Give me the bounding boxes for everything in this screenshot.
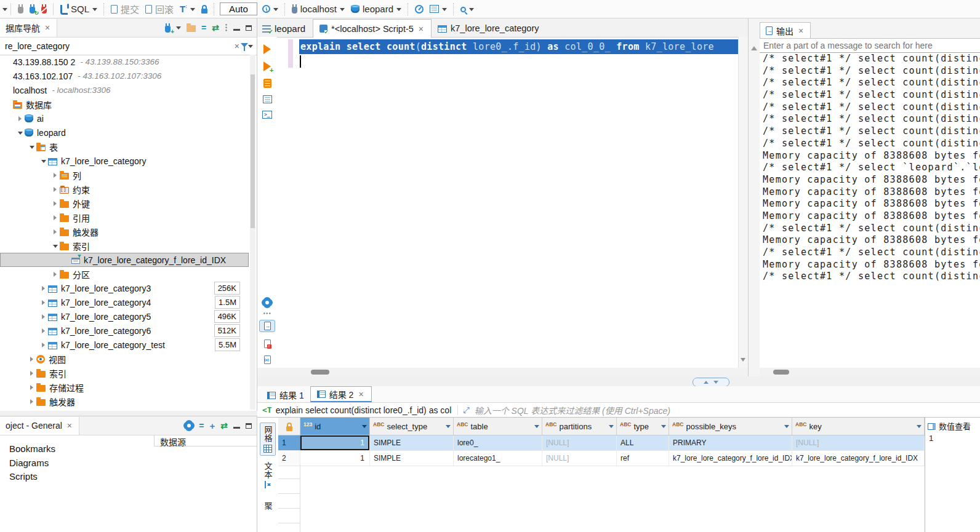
grid-cell[interactable]: PRIMARY <box>669 435 792 450</box>
row-number-header[interactable] <box>278 418 300 435</box>
gear-icon[interactable] <box>185 421 193 430</box>
filter-caret-icon[interactable] <box>609 425 614 431</box>
filter-caret-icon[interactable] <box>661 425 666 431</box>
tree-item[interactable]: 索引 <box>0 239 249 253</box>
maximize-icon[interactable] <box>246 25 252 31</box>
chevron-collapsed-icon[interactable] <box>50 229 60 234</box>
search-button[interactable] <box>457 4 477 15</box>
grid-cell[interactable]: k7_lore_lore_category_f_lore_id_IDX <box>792 451 925 466</box>
table-row[interactable]: 21SIMPLElorecatego1_[NULL]refk7_lore_lor… <box>278 451 925 466</box>
restore-up-icon[interactable] <box>704 378 709 384</box>
chevron-collapsed-icon[interactable] <box>39 314 48 319</box>
editor-horizontal-scrollbar[interactable] <box>257 368 748 376</box>
link-with-editor-icon[interactable]: ⇄ <box>212 23 219 32</box>
column-header-select_type[interactable]: ABCselect_type <box>370 418 454 435</box>
reconnect-button[interactable] <box>26 3 38 15</box>
tree-item[interactable]: k7_lore_lore_category3256K <box>0 281 249 295</box>
lock-button[interactable] <box>198 3 211 15</box>
grid-cell[interactable]: SIMPLE <box>370 435 454 450</box>
extra-presentation-toggle[interactable]: 聚 <box>260 502 275 510</box>
chevron-expanded-icon[interactable] <box>39 159 48 163</box>
chevron-collapsed-icon[interactable] <box>15 116 25 121</box>
chevron-collapsed-icon[interactable] <box>39 300 48 305</box>
output-search-input[interactable] <box>760 39 980 52</box>
commit-button[interactable]: 提交 <box>108 1 142 17</box>
horizontal-splitter[interactable] <box>0 411 257 416</box>
editor-breadcrumb[interactable]: leopard <box>257 23 313 37</box>
grid-cell[interactable]: 1 <box>300 435 370 450</box>
connection-selector[interactable]: localhost <box>289 2 348 15</box>
filter-caret-icon[interactable] <box>917 425 922 431</box>
clear-filter-icon[interactable]: × <box>233 42 241 50</box>
more-actions-button[interactable] <box>260 312 275 315</box>
execution-plan-button[interactable] <box>427 4 450 15</box>
results-splitter[interactable] <box>257 376 980 387</box>
grid-cell[interactable]: 1 <box>300 451 370 466</box>
column-header-type[interactable]: ABCtype <box>617 418 669 435</box>
execute-new-tab-button[interactable] <box>260 62 275 71</box>
column-header-id[interactable]: 123id <box>300 418 370 435</box>
tree-item[interactable]: ai <box>0 111 249 125</box>
collapse-all-icon[interactable]: = <box>201 23 206 32</box>
tree-item[interactable]: 外键 <box>0 196 249 210</box>
text-presentation-toggle[interactable]: 文本 <box>260 462 275 488</box>
minimize-icon[interactable] <box>233 29 240 31</box>
expand-filter-icon[interactable]: ⤢ <box>457 405 474 415</box>
problems-button[interactable] <box>260 339 275 348</box>
tree-item[interactable]: 约束 <box>0 182 249 196</box>
tree-item[interactable]: 表 <box>0 140 249 154</box>
tree-item[interactable]: leopard <box>0 125 249 140</box>
value-view-content[interactable]: 1 <box>925 434 980 443</box>
chevron-expanded-icon[interactable] <box>15 130 25 135</box>
chevron-down-icon[interactable] <box>176 26 181 32</box>
filter-caret-icon[interactable] <box>362 425 367 431</box>
row-number-cell[interactable]: 1 <box>278 435 300 450</box>
chevron-collapsed-icon[interactable] <box>50 215 60 220</box>
filter-caret-icon[interactable] <box>446 425 451 431</box>
grid-cell[interactable]: [NULL] <box>542 435 617 450</box>
rollback-button[interactable]: 回滚 <box>142 1 177 17</box>
dashboard-button[interactable] <box>412 4 427 15</box>
close-icon[interactable]: × <box>44 23 51 32</box>
chevron-collapsed-icon[interactable] <box>50 173 60 178</box>
results-filter-sql[interactable]: explain select count(distinct lore0_.f_i… <box>276 405 452 415</box>
project-item[interactable]: Diagrams <box>9 456 55 470</box>
transaction-mode-button[interactable]: T: <box>177 3 198 15</box>
column-header-table[interactable]: ABCtable <box>454 418 542 435</box>
chevron-expanded-icon[interactable] <box>50 244 60 248</box>
history-button[interactable] <box>259 4 281 15</box>
editor-tab[interactable]: k7_lore_lore_category <box>432 19 545 37</box>
tree-item[interactable]: 分区 <box>0 267 249 281</box>
tree-item[interactable]: k7_lore_lore_category41.5M <box>0 295 249 309</box>
results-filter-placeholder[interactable]: 输入一个 SQL 表达式来过滤结果 (使用 Ctrl+Space) <box>475 404 670 416</box>
project-tab[interactable]: oject - General × <box>0 417 79 435</box>
chevron-collapsed-icon[interactable] <box>27 385 36 390</box>
tree-item[interactable]: 索引 <box>0 366 249 380</box>
explain-plan-button[interactable] <box>260 95 275 103</box>
chevron-collapsed-icon[interactable] <box>50 201 60 206</box>
chevron-collapsed-icon[interactable] <box>39 286 48 291</box>
filter-funnel-icon[interactable] <box>241 43 248 51</box>
grid-cell[interactable]: ALL <box>617 435 669 450</box>
tree-item[interactable]: 数据库 <box>0 97 249 111</box>
tree-item[interactable]: 触发器 <box>0 394 249 408</box>
chevron-down-icon[interactable] <box>2 8 7 14</box>
variables-button[interactable] <box>260 355 275 364</box>
tree-scrollbar[interactable] <box>250 55 255 410</box>
output-horizontal-scrollbar[interactable] <box>760 368 980 376</box>
sql-selected-line[interactable]: explain select count(distinct lore0_.f_i… <box>299 39 738 54</box>
tree-item[interactable]: 存储过程 <box>0 380 249 394</box>
auto-commit-select[interactable]: Auto <box>220 2 257 15</box>
chevron-collapsed-icon[interactable] <box>39 343 48 347</box>
tree-item[interactable]: localhost- localhost:3306 <box>0 83 249 97</box>
execute-statement-button[interactable] <box>260 44 275 54</box>
grid-cell[interactable]: SIMPLE <box>370 451 454 466</box>
collapse-all-icon[interactable]: = <box>199 421 204 430</box>
tree-item[interactable]: 43.139.88.150 2- 43.139.88.150:3366 <box>0 55 249 69</box>
tree-item[interactable]: k7_lore_lore_category_test5.5M <box>0 338 249 352</box>
tree-item[interactable]: k7_lore_lore_category6512K <box>0 324 249 338</box>
results-tab[interactable]: 结果 1 <box>261 387 310 402</box>
table-row[interactable]: 11SIMPLElore0_[NULL]ALLPRIMARY[NULL] <box>278 435 925 451</box>
collapse-panel-icon[interactable] <box>751 43 757 50</box>
editor-tab[interactable]: *<localhost> Script-5× <box>313 19 432 38</box>
